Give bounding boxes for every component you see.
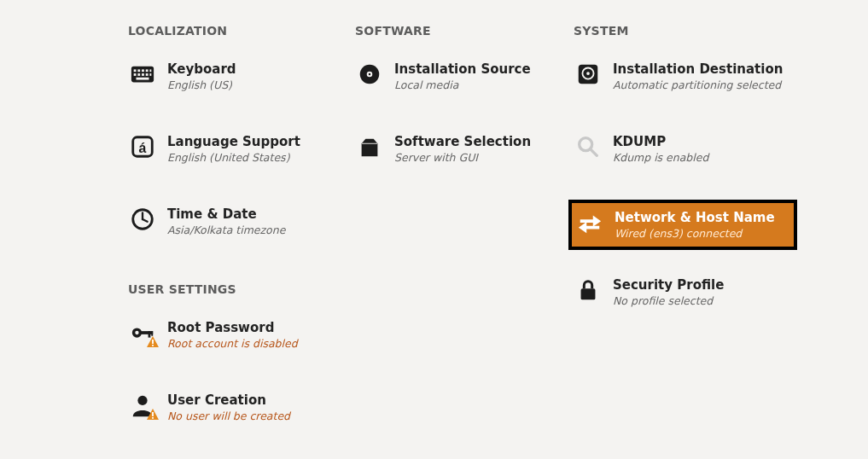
spoke-title: Language Support <box>167 134 300 149</box>
svg-rect-11 <box>137 78 149 80</box>
package-icon <box>357 134 382 160</box>
spoke-root-password[interactable]: Root Password Root account is disabled <box>126 317 336 353</box>
svg-rect-22 <box>152 340 154 344</box>
spoke-user-creation[interactable]: User Creation No user will be created <box>126 389 336 426</box>
svg-point-18 <box>135 331 138 334</box>
spoke-title: Keyboard <box>167 61 236 77</box>
spoke-status: Kdump is enabled <box>613 151 708 164</box>
svg-text:á: á <box>139 141 147 155</box>
category-heading-user-settings: USER SETTINGS <box>128 282 336 296</box>
spoke-installation-destination[interactable]: Installation Destination Automatic parti… <box>572 58 794 95</box>
keyboard-icon <box>130 61 155 87</box>
lock-icon <box>575 277 601 303</box>
svg-point-24 <box>137 396 147 405</box>
spoke-network-hostname[interactable]: Network & Host Name Wired (ens3) connect… <box>572 203 794 247</box>
spoke-kdump[interactable]: KDUMP Kdump is enabled <box>572 131 794 167</box>
spoke-status: Local media <box>394 78 531 91</box>
spoke-title: Installation Destination <box>613 61 783 77</box>
spoke-title: Root Password <box>167 320 298 335</box>
column-system: SYSTEM Installation Destination Automati… <box>572 24 811 459</box>
spoke-time-date[interactable]: Time & Date Asia/Kolkata timezone <box>126 203 336 240</box>
spoke-title: Network & Host Name <box>615 210 775 225</box>
svg-rect-10 <box>149 73 151 76</box>
svg-rect-25 <box>152 412 154 416</box>
spoke-title: Security Profile <box>613 277 724 293</box>
svg-rect-6 <box>134 73 137 76</box>
svg-rect-26 <box>152 417 154 419</box>
svg-rect-23 <box>152 345 154 346</box>
spoke-keyboard[interactable]: Keyboard English (US) <box>126 58 336 95</box>
search-icon <box>575 134 601 160</box>
spoke-title: Installation Source <box>394 61 531 77</box>
spoke-status: Wired (ens3) connected <box>615 227 775 240</box>
spoke-status: Root account is disabled <box>167 337 298 350</box>
disc-icon <box>357 61 382 87</box>
user-icon <box>130 392 155 418</box>
svg-rect-19 <box>141 331 153 334</box>
svg-rect-9 <box>146 73 149 76</box>
svg-rect-1 <box>134 69 137 72</box>
spoke-status: No user will be created <box>167 410 290 422</box>
warning-badge-icon <box>147 336 159 348</box>
svg-rect-7 <box>137 73 140 76</box>
spoke-status: English (United States) <box>167 151 300 164</box>
key-icon <box>130 320 155 346</box>
svg-rect-2 <box>137 69 140 72</box>
category-heading-software: SOFTWARE <box>355 24 555 38</box>
spoke-status: No profile selected <box>613 294 724 307</box>
svg-rect-21 <box>151 331 153 336</box>
spoke-status: Server with GUI <box>394 151 531 164</box>
spoke-title: User Creation <box>167 392 290 408</box>
spoke-security-profile[interactable]: Security Profile No profile selected <box>572 274 794 311</box>
category-heading-system: SYSTEM <box>574 24 794 38</box>
svg-point-32 <box>586 72 590 75</box>
svg-line-34 <box>591 149 597 156</box>
installation-summary: LOCALIZATION Keyboard English (US) <box>0 0 868 459</box>
spoke-title: Software Selection <box>394 134 531 149</box>
svg-rect-8 <box>142 73 144 76</box>
clock-icon <box>130 206 155 232</box>
spoke-status: Asia/Kolkata timezone <box>167 224 285 236</box>
spoke-installation-source[interactable]: Installation Source Local media <box>353 58 555 95</box>
spoke-software-selection[interactable]: Software Selection Server with GUI <box>353 131 555 167</box>
svg-rect-3 <box>142 69 144 72</box>
column-localization: LOCALIZATION Keyboard English (US) <box>126 24 353 459</box>
svg-rect-4 <box>146 69 149 72</box>
spoke-title: KDUMP <box>613 134 708 149</box>
spoke-title: Time & Date <box>167 206 285 222</box>
language-icon: á <box>130 134 155 160</box>
svg-rect-5 <box>149 69 151 72</box>
spoke-status: English (US) <box>167 78 236 91</box>
spoke-language-support[interactable]: á Language Support English (United State… <box>126 131 336 167</box>
svg-rect-35 <box>581 288 596 299</box>
hard-disk-icon <box>575 61 601 87</box>
warning-badge-icon <box>147 409 159 421</box>
category-heading-localization: LOCALIZATION <box>128 24 336 38</box>
svg-point-29 <box>369 73 370 75</box>
svg-line-16 <box>143 219 148 222</box>
spoke-status: Automatic partitioning selected <box>613 78 783 91</box>
column-software: SOFTWARE Installation Source Local media <box>353 24 572 459</box>
network-arrows-icon <box>577 210 603 235</box>
